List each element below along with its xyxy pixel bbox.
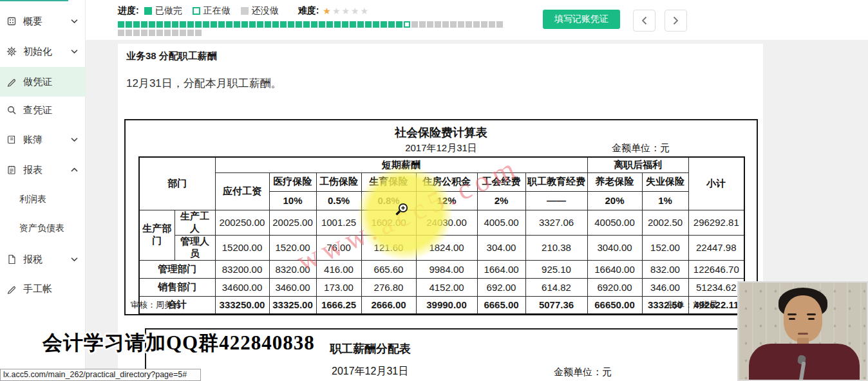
progress-square-done[interactable] xyxy=(311,21,317,28)
table-header-cell: 0.8% xyxy=(361,191,416,210)
table-cell: 6920.00 xyxy=(587,278,642,296)
progress-square-done[interactable] xyxy=(118,21,124,28)
table-cell: 416.00 xyxy=(316,260,361,278)
progress-square-todo[interactable] xyxy=(180,30,186,36)
progress-square-done[interactable] xyxy=(249,21,256,28)
status-url-bar: lx.acc5.com/main_262/practical_directory… xyxy=(0,369,201,381)
next-task-button[interactable] xyxy=(665,10,687,32)
progress-square-todo[interactable] xyxy=(172,30,178,36)
progress-square-done[interactable] xyxy=(218,21,225,28)
sidebar-item-manual-account[interactable]: 手工帐 xyxy=(0,274,86,304)
progress-square-done[interactable] xyxy=(342,21,348,28)
progress-square-done[interactable] xyxy=(357,21,364,28)
sidebar-item-label: 利润表 xyxy=(19,194,46,205)
table-header-cell: 20% xyxy=(587,191,642,210)
progress-square-done[interactable] xyxy=(203,21,209,28)
progress-square-done[interactable] xyxy=(373,21,379,28)
legend-doing-square xyxy=(193,7,200,15)
progress-square-todo[interactable] xyxy=(195,30,202,36)
progress-square-done[interactable] xyxy=(164,21,171,28)
table-cell: 15200.00 xyxy=(215,235,269,260)
progress-square-done[interactable] xyxy=(350,21,356,28)
progress-square-done[interactable] xyxy=(396,21,402,28)
table-header-cell: 住房公积金 xyxy=(416,172,477,191)
table-header-cell: 应付工资 xyxy=(215,172,269,210)
table-cell: 210.38 xyxy=(525,235,587,260)
book-icon xyxy=(6,135,18,145)
progress-square-todo[interactable] xyxy=(473,21,480,28)
progress-square-todo[interactable] xyxy=(164,30,171,36)
progress-square-done[interactable] xyxy=(180,21,186,28)
progress-square-done[interactable] xyxy=(126,21,132,28)
progress-square-todo[interactable] xyxy=(496,21,503,28)
progress-square-todo[interactable] xyxy=(133,30,140,36)
fill-voucher-button[interactable]: 填写记账凭证 xyxy=(543,10,620,29)
table-cell: 173.00 xyxy=(316,278,361,296)
progress-square-done[interactable] xyxy=(288,21,294,28)
sidebar-item-account-books[interactable]: 账簿 xyxy=(0,125,86,154)
progress-square-todo[interactable] xyxy=(141,30,147,36)
progress-square-done[interactable] xyxy=(319,21,325,28)
progress-square-done[interactable] xyxy=(156,21,163,28)
progress-square-done[interactable] xyxy=(272,21,279,28)
sidebar-item-income-statement[interactable]: 利润表 xyxy=(0,185,86,214)
progress-square-done[interactable] xyxy=(296,21,302,28)
progress-square-todo[interactable] xyxy=(149,30,155,36)
progress-square-done[interactable] xyxy=(234,21,240,28)
progress-square-todo[interactable] xyxy=(419,21,426,28)
progress-square-done[interactable] xyxy=(381,21,387,28)
progress-square-done[interactable] xyxy=(141,21,147,28)
progress-square-todo[interactable] xyxy=(466,21,472,28)
progress-square-done[interactable] xyxy=(149,21,155,28)
progress-square-todo[interactable] xyxy=(481,21,487,28)
progress-legend: 进度: 已做完正在做还没做 难度: ★★★★★ xyxy=(118,5,504,17)
progress-square-todo[interactable] xyxy=(187,30,194,36)
table-cell: 1824.00 xyxy=(416,235,477,260)
legend-todo: 还没做 xyxy=(241,5,279,17)
table-header-cell: 12% xyxy=(416,191,477,210)
table-cell: 925.10 xyxy=(525,260,587,278)
progress-square-done[interactable] xyxy=(365,21,372,28)
sidebar-item-initialization[interactable]: 初始化 xyxy=(0,37,86,66)
progress-square-todo[interactable] xyxy=(118,30,124,36)
progress-square-done[interactable] xyxy=(226,21,232,28)
sidebar-item-label: 报表 xyxy=(23,164,42,176)
progress-square-todo[interactable] xyxy=(427,21,433,28)
progress-square-done[interactable] xyxy=(133,21,140,28)
sidebar-item-make-voucher[interactable]: 做凭证 xyxy=(0,67,86,97)
difficulty-label: 难度: xyxy=(298,5,319,17)
progress-square-todo[interactable] xyxy=(156,30,163,36)
sidebar-item-label: 概要 xyxy=(23,15,42,28)
sidebar-item-label: 初始化 xyxy=(23,46,52,58)
progress-square-done[interactable] xyxy=(326,21,333,28)
sidebar-item-check-voucher[interactable]: 查凭证 xyxy=(0,95,86,125)
sidebar-item-label: 手工帐 xyxy=(23,283,52,295)
progress-square-done[interactable] xyxy=(334,21,341,28)
difficulty-star: ★ xyxy=(323,6,331,15)
progress-square-done[interactable] xyxy=(303,21,310,28)
progress-square-done[interactable] xyxy=(265,21,271,28)
progress-square-done[interactable] xyxy=(280,21,287,28)
progress-square-done[interactable] xyxy=(211,21,217,28)
sidebar-item-reports[interactable]: 报表 xyxy=(0,155,86,185)
progress-square-done[interactable] xyxy=(187,21,194,28)
table1-grid: 部门短期薪酬离职后福利小计应付工资医疗保险工伤保险生育保险住房公积金工会经费职工… xyxy=(138,156,745,315)
sidebar-item-balance-sheet[interactable]: 资产负债表 xyxy=(0,214,86,243)
progress-square-todo[interactable] xyxy=(435,21,441,28)
progress-square-done[interactable] xyxy=(195,21,202,28)
progress-square-done[interactable] xyxy=(241,21,248,28)
progress-square-done[interactable] xyxy=(388,21,395,28)
progress-square-done[interactable] xyxy=(172,21,178,28)
prev-task-button[interactable] xyxy=(633,10,656,32)
progress-square-todo[interactable] xyxy=(411,21,418,28)
progress-square-todo[interactable] xyxy=(489,21,495,28)
progress-square-done[interactable] xyxy=(257,21,263,28)
progress-square-todo[interactable] xyxy=(450,21,457,28)
progress-square-current[interactable] xyxy=(404,21,410,28)
table-header-cell: —— xyxy=(525,191,587,210)
sidebar-item-tax-filing[interactable]: 报税 xyxy=(0,245,86,274)
progress-square-todo[interactable] xyxy=(442,21,449,28)
progress-square-todo[interactable] xyxy=(458,21,464,28)
progress-square-todo[interactable] xyxy=(126,30,132,36)
sidebar-item-overview[interactable]: 概要 xyxy=(0,6,86,36)
